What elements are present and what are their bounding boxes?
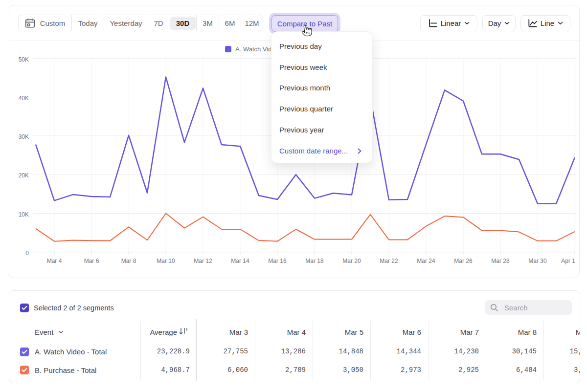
svg-text:50K: 50K [19,56,29,63]
svg-text:Mar 18: Mar 18 [305,258,324,264]
svg-text:Mar 26: Mar 26 [454,258,473,264]
svg-text:20K: 20K [19,172,29,179]
svg-text:Mar 30: Mar 30 [528,258,547,264]
svg-text:Mar 28: Mar 28 [491,258,510,264]
svg-text:Mar 4: Mar 4 [47,258,62,264]
svg-text:Apr 1: Apr 1 [561,258,575,264]
svg-text:Mar 22: Mar 22 [380,258,398,264]
svg-text:Mar 6: Mar 6 [84,258,99,264]
svg-text:30K: 30K [19,133,29,140]
svg-text:Mar 8: Mar 8 [121,258,136,264]
svg-text:Mar 16: Mar 16 [268,258,287,264]
svg-text:0: 0 [25,250,29,257]
svg-text:10K: 10K [19,211,29,218]
svg-text:Mar 24: Mar 24 [417,258,435,264]
svg-text:Mar 20: Mar 20 [342,258,361,264]
svg-text:40K: 40K [19,95,29,102]
svg-text:Mar 12: Mar 12 [194,258,212,264]
svg-text:Mar 10: Mar 10 [157,258,175,264]
svg-text:Mar 14: Mar 14 [231,258,249,264]
